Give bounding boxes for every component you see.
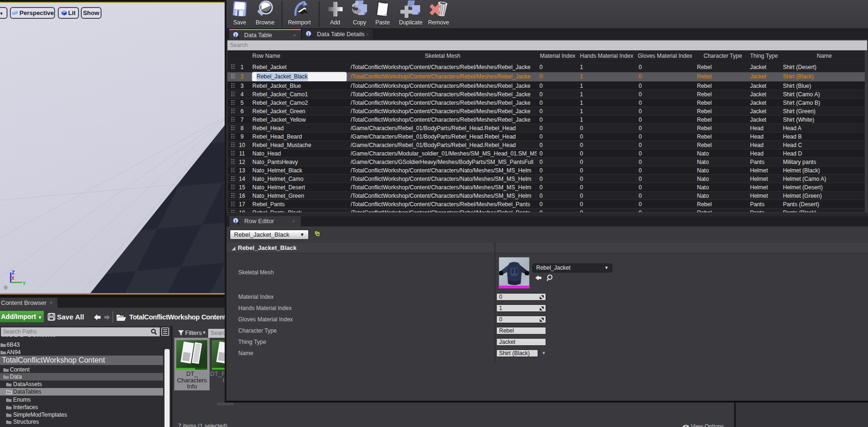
svg-text:i: i xyxy=(308,31,309,37)
svg-text:Y: Y xyxy=(23,281,26,286)
svg-text:?: ? xyxy=(4,286,7,290)
svg-text:i: i xyxy=(235,218,236,224)
svg-text:Z: Z xyxy=(12,270,15,275)
svg-text:i: i xyxy=(235,32,236,38)
svg-text:X: X xyxy=(11,276,15,281)
